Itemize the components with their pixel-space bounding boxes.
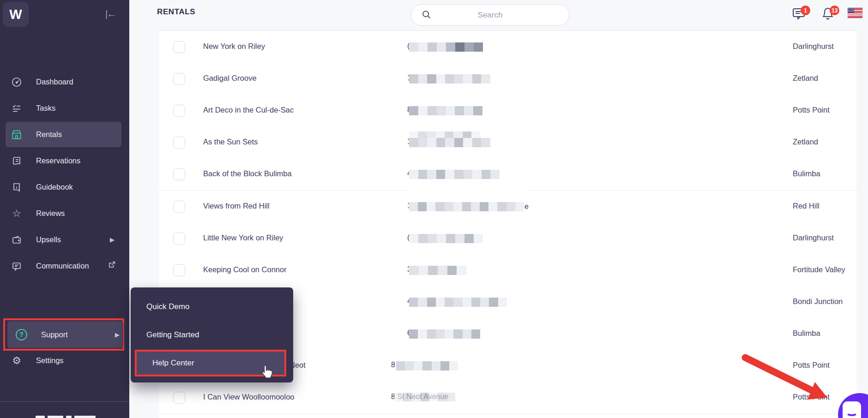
clipped-footer-text xyxy=(74,416,96,418)
rental-location: Red Hill xyxy=(793,202,856,210)
sidebar-item-label: Communication xyxy=(36,262,89,270)
sidebar-item-label: Upsells xyxy=(36,235,61,244)
app-root: { "app": {"logo_letter": "W", "collapse_… xyxy=(0,0,868,418)
redacted-address-blocks xyxy=(409,42,483,52)
table-row[interactable]: Gadigal Groove 1 Zetland xyxy=(159,63,856,95)
chevron-right-icon: ▶ xyxy=(110,236,115,243)
sidebar-item-dashboard[interactable]: Dashboard xyxy=(0,69,129,95)
sidebar-item-label: Rentals xyxy=(36,130,62,139)
rental-name[interactable]: Little New York on Riley xyxy=(203,233,283,242)
sidebar-item-reviews[interactable]: ☆ Reviews xyxy=(0,200,129,227)
row-checkbox[interactable] xyxy=(173,201,185,213)
menu-item-label: Quick Demo xyxy=(146,302,190,311)
row-checkbox[interactable] xyxy=(173,392,185,404)
search-input[interactable] xyxy=(411,10,569,20)
page-title: RENTALS xyxy=(157,7,195,17)
row-checkbox[interactable] xyxy=(173,168,185,180)
rental-location: Bulimba xyxy=(793,329,856,338)
row-checkbox[interactable] xyxy=(173,264,185,276)
table-row[interactable]: Little New York on Riley ( Darlinghurst xyxy=(159,222,856,255)
redacted-address-blocks xyxy=(409,266,466,275)
redacted-address-blocks xyxy=(409,106,482,115)
sidebar-divider xyxy=(0,401,129,402)
rentals-icon xyxy=(11,129,23,141)
app-logo[interactable]: W xyxy=(3,2,29,27)
rental-location: Zetland xyxy=(793,137,856,146)
communication-icon xyxy=(11,260,23,272)
collapse-sidebar-icon[interactable]: |← xyxy=(105,8,115,19)
rental-location: Potts Point xyxy=(793,106,856,114)
support-submenu: Quick Demo Getting Started Help Center xyxy=(131,287,293,382)
rental-location: Bulimba xyxy=(793,169,856,178)
chat-launcher-icon xyxy=(843,401,861,418)
address-fragment: 8 xyxy=(391,361,395,369)
sidebar-item-communication[interactable]: Communication xyxy=(0,253,129,279)
rental-name[interactable]: As the Sun Sets xyxy=(203,137,258,146)
upsells-icon xyxy=(11,234,23,246)
chevron-right-icon: ▶ xyxy=(115,331,120,338)
row-checkbox[interactable] xyxy=(173,233,185,245)
row-checkbox[interactable] xyxy=(173,137,185,149)
menu-item-quick-demo[interactable]: Quick Demo xyxy=(131,295,293,318)
logo-letter: W xyxy=(9,7,22,22)
reviews-icon: ☆ xyxy=(11,208,23,220)
sidebar-item-settings[interactable]: ⚙ Settings xyxy=(0,347,129,374)
rental-name[interactable]: Art Deco in the Cul-de-Sac xyxy=(203,106,294,114)
tasks-icon xyxy=(11,102,23,114)
sidebar-nav: Dashboard Tasks Rentals Reservations Gui… xyxy=(0,69,129,279)
us-flag-icon[interactable] xyxy=(848,8,862,18)
menu-item-label: Getting Started xyxy=(146,330,199,340)
settings-icon: ⚙ xyxy=(11,355,23,367)
rental-location: Zetland xyxy=(793,74,856,83)
menu-item-getting-started[interactable]: Getting Started xyxy=(131,323,293,346)
redacted-address-blocks xyxy=(396,361,458,370)
table-row[interactable]: New York on Riley ( Darlinghurst xyxy=(159,31,856,63)
search-bar[interactable] xyxy=(411,4,569,26)
rental-location: Potts Point xyxy=(793,361,856,370)
sidebar-item-label: Settings xyxy=(36,356,64,365)
rental-name[interactable]: New York on Riley xyxy=(203,42,265,51)
rental-location: Fortitude Valley xyxy=(793,265,856,274)
redacted-address-blocks xyxy=(409,234,483,243)
clipped-footer-text xyxy=(48,416,63,418)
rental-name[interactable]: Views from Red Hill xyxy=(203,202,270,210)
sidebar-item-label: Reservations xyxy=(36,156,80,165)
sidebar: W |← Dashboard Tasks Rentals Reservation… xyxy=(0,0,129,418)
sidebar-item-support[interactable]: ? Support ▶ xyxy=(7,321,123,348)
sidebar-item-tasks[interactable]: Tasks xyxy=(0,95,129,121)
dashboard-icon xyxy=(11,76,23,88)
row-checkbox[interactable] xyxy=(173,105,185,117)
table-row[interactable]: As the Sun Sets 1 Zetland xyxy=(159,126,856,159)
redacted-address-blocks xyxy=(409,138,490,147)
sidebar-item-rentals[interactable]: Rentals xyxy=(0,121,129,148)
sidebar-item-label: Guidebook xyxy=(36,183,73,191)
rental-location: Darlinghurst xyxy=(793,42,856,51)
redacted-address-blocks xyxy=(409,170,500,179)
rental-name[interactable]: Back of the Block Bulimba xyxy=(203,169,292,178)
support-annotation-box: ? Support ▶ xyxy=(3,318,124,351)
table-row[interactable]: I Can View Woolloomooloo 8 St Neot Avenu… xyxy=(159,382,856,414)
rental-name[interactable]: I Can View Woolloomooloo xyxy=(203,393,295,401)
rental-name[interactable]: Keeping Cool on Connor xyxy=(203,265,287,274)
row-checkbox[interactable] xyxy=(173,73,185,85)
sidebar-item-reservations[interactable]: Reservations xyxy=(0,148,129,174)
sidebar-item-label: Support xyxy=(41,330,68,339)
table-row[interactable]: Art Deco in the Cul-de-Sac 8 Potts Point xyxy=(159,95,856,127)
redacted-address-blocks xyxy=(409,329,480,339)
messages-badge: 1 xyxy=(801,6,810,15)
reservations-icon xyxy=(11,155,23,167)
rental-location: Bondi Junction xyxy=(793,297,856,306)
table-row[interactable]: Keeping Cool on Connor 3 Fortitude Valle… xyxy=(159,254,856,287)
table-row[interactable]: Views from Red Hill 1 e Red Hill xyxy=(159,191,856,223)
redacted-address-blocks xyxy=(409,298,507,307)
table-row[interactable]: Back of the Block Bulimba 4 Bulimba xyxy=(159,158,856,191)
sidebar-item-label: Tasks xyxy=(36,104,55,113)
clipped-footer-text xyxy=(36,416,45,418)
redacted-address-blocks xyxy=(409,131,480,138)
row-checkbox[interactable] xyxy=(173,41,185,53)
sidebar-item-guidebook[interactable]: Guidebook xyxy=(0,174,129,200)
sidebar-item-label: Dashboard xyxy=(36,78,73,86)
rental-name[interactable]: Gadigal Groove xyxy=(203,74,257,83)
sidebar-item-upsells[interactable]: Upsells ▶ xyxy=(0,227,129,253)
support-icon: ? xyxy=(16,329,27,340)
